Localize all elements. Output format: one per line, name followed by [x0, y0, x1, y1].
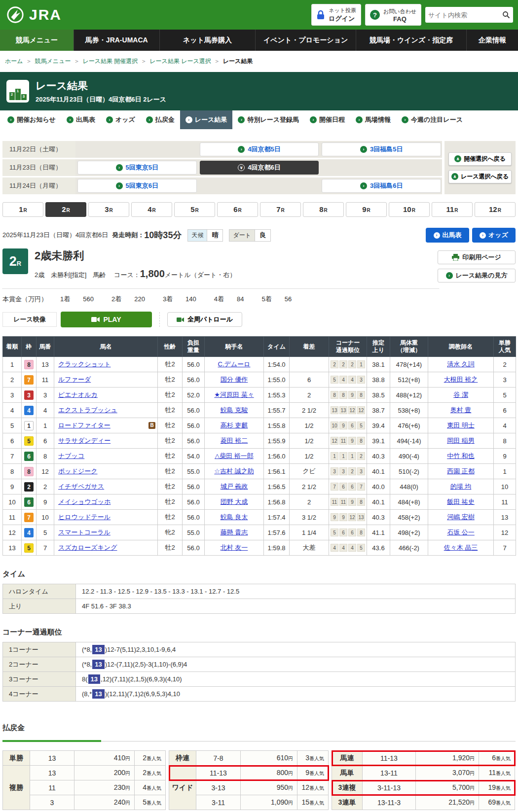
subnav-item-6[interactable]: ›特別レース登録馬	[232, 110, 304, 129]
race-button-10R[interactable]: 10R	[389, 202, 430, 217]
odds-button[interactable]: ›オッズ	[472, 228, 516, 243]
date-button-3回福島6日[interactable]: ›3回福島6日	[322, 179, 441, 193]
breadcrumb-item-2[interactable]: 競馬メニュー	[35, 57, 71, 66]
race-movie-tab[interactable]: レース映像	[2, 312, 57, 327]
race-button-8R[interactable]: 8R	[303, 202, 344, 217]
jockey-link[interactable]: 北村 友一	[221, 544, 248, 551]
horse-name-link[interactable]: サラサダンディー	[58, 437, 111, 444]
carried-weight: 56.0	[183, 433, 205, 449]
nav-item-1[interactable]: 競馬メニュー	[0, 30, 74, 51]
trainer-link[interactable]: 西園 正都	[447, 467, 475, 475]
net-vote-login-button[interactable]: ネット投票ログイン	[311, 4, 361, 26]
jockey-link[interactable]: C.デムーロ	[218, 360, 251, 368]
race-button-5R[interactable]: 5R	[174, 202, 215, 217]
horse-name-link[interactable]: メイショウゴッホ	[58, 498, 111, 505]
search-input[interactable]	[428, 11, 502, 19]
subnav-item-4[interactable]: ›払戻金	[141, 110, 180, 129]
breadcrumb-item-1[interactable]: ホーム	[5, 57, 23, 66]
race-button-1R[interactable]: 1R	[2, 202, 43, 217]
trainer-link[interactable]: 岡田 稲男	[447, 437, 475, 444]
trainer-link[interactable]: 的場 均	[450, 483, 472, 490]
nav-item-6[interactable]: 企業情報	[466, 30, 518, 51]
how-to-read-results-button[interactable]: › レース結果の見方	[438, 269, 516, 282]
race-button-11R[interactable]: 11R	[432, 202, 473, 217]
horse-name-link[interactable]: ポッドジーク	[58, 467, 98, 475]
back-button-1[interactable]: ∧開催選択へ戻る	[448, 152, 512, 166]
print-page-button[interactable]: 印刷用ページ	[438, 250, 516, 264]
jockey-link[interactable]: 鮫島 良太	[221, 513, 248, 521]
trainer-link[interactable]: 奥村 豊	[450, 406, 472, 414]
nav-item-3[interactable]: ネット馬券購入	[159, 30, 255, 51]
weather-label: 天候	[188, 230, 207, 241]
subnav-item-1[interactable]: ›開催お知らせ	[2, 110, 61, 129]
date-cell: ›3回福島5日	[321, 141, 442, 158]
jockey-link[interactable]: 菱田 裕二	[221, 437, 248, 444]
horse-name-link[interactable]: ナブッコ	[58, 452, 84, 459]
jockey-link[interactable]: 鮫島 克駿	[221, 406, 248, 414]
race-button-4R[interactable]: 4R	[131, 202, 172, 217]
date-button-5回東京5日[interactable]: ›5回東京5日	[77, 161, 197, 175]
jockey-link[interactable]: ☆吉村 誠之助	[214, 467, 254, 475]
horse-name-link[interactable]: クラックショット	[58, 360, 111, 368]
back-button-2[interactable]: ∧レース選択へ戻る	[448, 170, 512, 183]
jockey-link[interactable]: 団野 大成	[221, 498, 248, 505]
subnav-item-2[interactable]: ›出馬表	[61, 110, 101, 129]
nav-item-2[interactable]: 馬券・JRA-UMACA	[74, 30, 159, 51]
trainer-link[interactable]: 佐々木 晶三	[444, 544, 478, 551]
horse-name-link[interactable]: イチザペガサス	[58, 483, 104, 490]
horse-name-link[interactable]: ピエナオルカ	[58, 391, 98, 398]
race-button-6R[interactable]: 6R	[217, 202, 258, 217]
date-button-3回福島5日[interactable]: ›3回福島5日	[322, 142, 441, 156]
race-button-12R[interactable]: 12R	[475, 202, 516, 217]
jra-logo[interactable]: JRA	[5, 5, 62, 24]
trainer-link[interactable]: 中竹 和也	[447, 452, 475, 459]
jockey-link[interactable]: 藤懸 貴志	[221, 529, 248, 536]
subnav-item-9[interactable]: ›今週の注目レース	[396, 110, 468, 129]
corner-position: 6	[348, 422, 356, 429]
date-button-5回東京6日[interactable]: ›5回東京6日	[77, 179, 197, 193]
subnav-item-5[interactable]: ›レース結果	[180, 110, 233, 129]
chevron-right-icon: ›	[310, 116, 317, 123]
race-button-7R[interactable]: 7R	[260, 202, 301, 217]
jockey-link[interactable]: 城戸 義政	[221, 483, 248, 490]
race-suffix: R	[67, 208, 70, 213]
play-button[interactable]: PLAY	[61, 312, 152, 327]
race-number: 7	[276, 205, 280, 213]
jockey-link[interactable]: 高杉 吏麒	[221, 422, 248, 429]
nav-item-4[interactable]: イベント・プロモーション	[255, 30, 356, 51]
finish-position: 7	[3, 449, 22, 464]
trainer-link[interactable]: 東田 明士	[447, 422, 475, 429]
patrol-video-button[interactable]: 全周パトロール	[167, 312, 242, 327]
faq-button[interactable]: ? お問い合わせFAQ	[365, 4, 421, 26]
trainer-link[interactable]: 清水 久詞	[447, 360, 475, 368]
breadcrumb-item-4[interactable]: レース結果 レース選択	[149, 57, 211, 66]
horse-name-link[interactable]: ヒロウッドテール	[58, 513, 111, 521]
date-button-4回京都5日[interactable]: ›4回京都5日	[200, 142, 319, 156]
nav-item-5[interactable]: 競馬場・ウインズ・指定席	[356, 30, 466, 51]
horse-name-link[interactable]: ルファーダ	[58, 376, 91, 383]
breadcrumb-item-3[interactable]: レース結果 開催選択	[82, 57, 138, 66]
jockey-link[interactable]: ★河原田 菜々	[214, 391, 254, 398]
horse-name-link[interactable]: エクストラブッシュ	[58, 406, 117, 414]
date-button-4回京都6日[interactable]: ∨4回京都6日	[200, 161, 319, 175]
trainer-link[interactable]: 飯田 祐史	[447, 498, 475, 505]
entry-table-button[interactable]: ›出馬表	[426, 228, 469, 243]
subnav-item-8[interactable]: ›馬場情報	[350, 110, 396, 129]
favorite-rank: 2番人気	[135, 751, 166, 766]
subnav-item-3[interactable]: ›オッズ	[101, 110, 141, 129]
race-button-9R[interactable]: 9R	[346, 202, 387, 217]
search-icon[interactable]	[502, 11, 510, 19]
horse-name-link[interactable]: スマートコーラル	[58, 529, 111, 536]
trainer-link[interactable]: 石坂 公一	[447, 529, 475, 536]
jockey-link[interactable]: 国分 優作	[221, 376, 248, 383]
trainer-link[interactable]: 谷 潔	[453, 391, 468, 398]
trainer-cell: 谷 潔	[428, 388, 494, 403]
race-button-3R[interactable]: 3R	[88, 202, 129, 217]
subnav-item-7[interactable]: ›開催日程	[304, 110, 350, 129]
trainer-link[interactable]: 河嶋 宏樹	[447, 513, 475, 521]
race-button-2R[interactable]: 2R	[45, 202, 86, 217]
horse-name-link[interactable]: ロードファイター	[58, 422, 111, 429]
jockey-link[interactable]: △柴田 裕一郎	[215, 452, 254, 459]
horse-name-link[interactable]: スズカローズキング	[58, 544, 117, 551]
trainer-link[interactable]: 大根田 裕之	[444, 376, 478, 383]
